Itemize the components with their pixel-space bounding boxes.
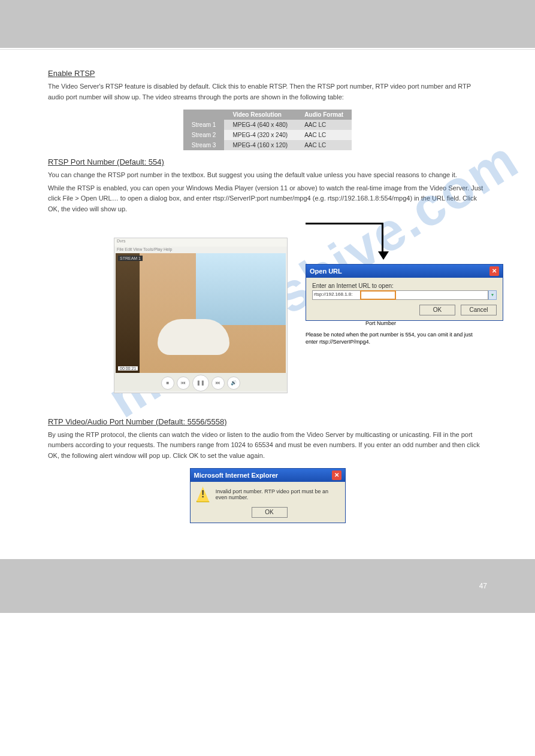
open-url-titlebar: Open URL ✕ — [306, 265, 503, 278]
cancel-button[interactable]: Cancel — [461, 305, 497, 315]
th-video-res: Video Resolution — [224, 110, 296, 120]
page-number: 47 — [479, 582, 487, 590]
ok-button[interactable]: OK — [419, 305, 455, 315]
wmp-timestamp: 00:00:21 — [118, 366, 138, 371]
row2-audio: AAC LC — [296, 130, 352, 140]
streams-table: Video Resolution Audio Format Stream 1 M… — [183, 110, 352, 150]
open-url-title-text: Open URL — [310, 265, 342, 278]
page-content: manualshive.com Enable RTSP The Video Se… — [0, 51, 535, 547]
close-icon[interactable]: ✕ — [332, 470, 341, 480]
error-dialog-titlebar: Microsoft Internet Explorer ✕ — [191, 469, 345, 482]
warning-icon: ! — [197, 487, 210, 502]
annot-omit-note: Please be noted when the port number is … — [306, 331, 485, 346]
wmp-illustration: Dvrs File Edit View Tools/Play Help STRE… — [48, 220, 487, 411]
url-input-prefix[interactable]: rtsp://192.168.1.8: — [312, 290, 360, 300]
error-dialog-title-text: Microsoft Internet Explorer — [194, 469, 279, 482]
error-dialog: Microsoft Internet Explorer ✕ ! Invalid … — [190, 468, 346, 523]
open-url-input-row: rtsp://192.168.1.8: ▾ — [312, 290, 497, 300]
section-rtp-port-para: By using the RTP protocol, the clients c… — [48, 430, 487, 462]
th-audio-format: Audio Format — [296, 110, 352, 120]
wmp-controls: ■ ⏮ ❚❚ ⏭ 🔊 — [114, 373, 287, 391]
row1-label: Stream 1 — [183, 120, 225, 130]
row3-audio: AAC LC — [296, 140, 352, 150]
error-ok-button[interactable]: OK — [252, 507, 288, 518]
footer-band: 47 — [0, 559, 535, 613]
row2-label: Stream 2 — [183, 130, 225, 140]
section-enable-rtsp-para: The Video Server's RTSP feature is disab… — [48, 81, 487, 102]
row2-res: MPEG-4 (320 x 240) — [224, 130, 296, 140]
wmp-player-window: Dvrs File Edit View Tools/Play Help STRE… — [114, 238, 288, 393]
row3-label: Stream 3 — [183, 140, 225, 150]
section-rtsp-port-title: RTSP Port Number (Default: 554) — [48, 157, 487, 166]
annot-port-number: Port Number — [365, 320, 396, 326]
wmp-mute-button[interactable]: 🔊 — [227, 377, 240, 390]
th-blank — [183, 110, 225, 120]
row3-res: MPEG-4 (160 x 120) — [224, 140, 296, 150]
wmp-menubar: File Edit View Tools/Play Help — [114, 247, 287, 252]
row1-audio: AAC LC — [296, 120, 352, 130]
url-input-port-highlight[interactable] — [360, 290, 396, 300]
section-enable-rtsp-title: Enable RTSP — [48, 69, 487, 78]
wmp-stop-button[interactable]: ■ — [161, 377, 174, 390]
error-message: Invalid port number. RTP video port must… — [216, 488, 339, 500]
section-rtsp-port-para2: While the RTSP is enabled, you can open … — [48, 183, 487, 215]
wmp-titlebar: Dvrs — [114, 238, 287, 247]
open-url-label: Enter an Internet URL to open: — [312, 283, 497, 289]
wmp-next-button[interactable]: ⏭ — [211, 377, 225, 390]
wmp-prev-button[interactable]: ⏮ — [177, 377, 190, 390]
row1-res: MPEG-4 (640 x 480) — [224, 120, 296, 130]
wmp-pause-button[interactable]: ❚❚ — [192, 375, 209, 391]
chevron-down-icon[interactable]: ▾ — [488, 290, 497, 300]
section-rtp-port-title: RTP Video/Audio Port Number (Default: 55… — [48, 417, 487, 426]
stream-overlay-label: STREAM 1 — [118, 256, 143, 261]
url-input-rest[interactable] — [396, 290, 488, 300]
wmp-video-area: STREAM 1 00:00:21 — [116, 253, 286, 373]
callout-arrow — [306, 223, 413, 271]
divider — [0, 49, 535, 50]
open-url-dialog: Open URL ✕ Enter an Internet URL to open… — [306, 264, 503, 321]
header-band — [0, 0, 535, 48]
section-rtsp-port-para1: You can change the RTSP port number in t… — [48, 170, 487, 181]
close-icon[interactable]: ✕ — [489, 266, 499, 276]
